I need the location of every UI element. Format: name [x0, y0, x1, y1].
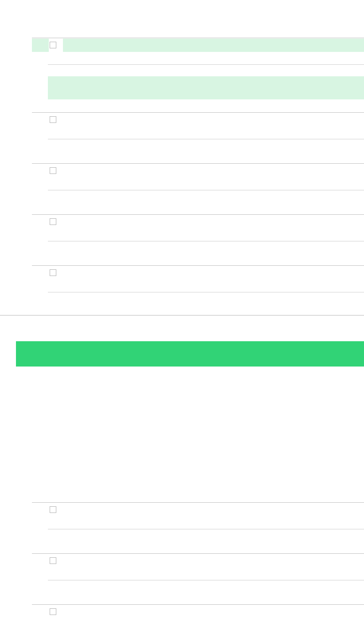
checkbox-icon[interactable] — [50, 269, 56, 276]
sub-divider — [48, 190, 364, 190]
checkbox-icon[interactable] — [50, 557, 56, 564]
checkbox-icon[interactable] — [50, 218, 56, 225]
item-header — [32, 503, 364, 516]
list-item[interactable] — [32, 553, 364, 604]
item-header — [32, 554, 364, 567]
sub-divider — [48, 580, 364, 580]
highlight-block — [48, 76, 364, 99]
sub-divider — [48, 64, 364, 65]
item-header — [32, 605, 364, 618]
item-header — [32, 164, 364, 177]
checkbox-icon[interactable] — [50, 608, 56, 615]
item-header — [32, 266, 364, 279]
sub-divider — [48, 292, 364, 292]
item-header — [32, 215, 364, 228]
list-item[interactable] — [32, 38, 364, 112]
banner-button[interactable] — [16, 341, 364, 367]
section-divider — [0, 315, 364, 315]
item-header — [32, 113, 364, 126]
checkbox-icon[interactable] — [50, 167, 56, 174]
highlight-bar — [63, 39, 364, 52]
list-item[interactable] — [32, 112, 364, 163]
list-item[interactable] — [32, 604, 364, 619]
sub-divider — [48, 139, 364, 139]
list-item[interactable] — [32, 214, 364, 265]
checkbox-icon[interactable] — [50, 42, 56, 48]
highlight-bar — [32, 39, 49, 52]
list-item[interactable] — [32, 265, 364, 306]
bottom-list — [32, 502, 364, 619]
top-list — [32, 38, 364, 306]
sub-divider — [48, 241, 364, 241]
checkbox-icon[interactable] — [50, 116, 56, 123]
list-item[interactable] — [32, 502, 364, 553]
sub-divider — [48, 529, 364, 529]
list-item[interactable] — [32, 163, 364, 214]
checkbox-icon[interactable] — [50, 506, 56, 513]
